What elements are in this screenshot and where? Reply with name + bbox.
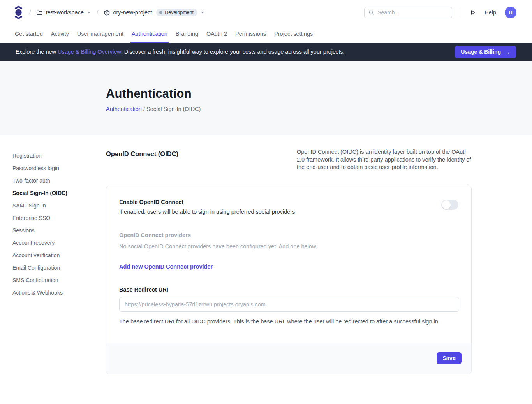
- enable-oidc-label: Enable OpenID Connect: [119, 199, 295, 205]
- sidebar-item-passwordless-login[interactable]: Passwordless login: [12, 162, 106, 174]
- settings-sidebar: Registration Passwordless login Two-fact…: [12, 148, 106, 374]
- usage-billing-button[interactable]: Usage & Billing →: [455, 46, 516, 58]
- oidc-card-body: Enable OpenID Connect If enabled, users …: [106, 186, 471, 343]
- environment-badge: Development: [156, 9, 197, 16]
- search-input[interactable]: [377, 9, 440, 16]
- tab-oauth2[interactable]: OAuth 2: [206, 25, 227, 43]
- enable-oidc-description: If enabled, users will be able to sign i…: [119, 209, 295, 215]
- save-button[interactable]: Save: [437, 352, 462, 364]
- project-nav-tabs: Get started Activity User management Aut…: [0, 25, 532, 43]
- tab-permissions[interactable]: Permissions: [235, 25, 266, 43]
- sidebar-item-two-factor-auth[interactable]: Two-factor auth: [12, 175, 106, 187]
- breadcrumb-separator: /: [142, 106, 146, 112]
- search-icon: [368, 10, 374, 16]
- tab-project-settings[interactable]: Project settings: [274, 25, 313, 43]
- top-bar-actions: Help U: [364, 7, 516, 18]
- divider: [461, 7, 461, 18]
- section-title: OpenID Connect (OIDC): [106, 148, 178, 158]
- project-name: ory-new-project: [113, 9, 152, 16]
- project-switcher[interactable]: ory-new-project Development: [104, 9, 205, 16]
- enable-oidc-toggle[interactable]: [441, 200, 458, 210]
- toggle-knob: [442, 200, 451, 209]
- main-panel: OpenID Connect (OIDC) OpenID Connect (OI…: [106, 148, 472, 374]
- breadcrumb-separator: /: [97, 9, 98, 16]
- banner-message: Explore the new Usage & Billing Overview…: [16, 49, 345, 55]
- play-icon[interactable]: [470, 9, 476, 16]
- breadcrumb: / test-workspace / ory-new-: [13, 5, 364, 19]
- page-title: Authentication: [106, 87, 532, 101]
- breadcrumb-current: Social Sign-In (OIDC): [146, 106, 201, 112]
- usage-billing-button-label: Usage & Billing: [461, 49, 501, 55]
- tab-activity[interactable]: Activity: [51, 25, 69, 43]
- content-area: Registration Passwordless login Two-fact…: [0, 135, 532, 374]
- enable-oidc-text: Enable OpenID Connect If enabled, users …: [119, 199, 295, 215]
- avatar[interactable]: U: [505, 7, 516, 18]
- sidebar-item-saml-sign-in[interactable]: SAML Sign-In: [12, 200, 106, 212]
- workspace-name: test-workspace: [46, 9, 84, 16]
- base-redirect-uri-label: Base Redirect URI: [119, 286, 458, 293]
- sidebar-item-account-recovery[interactable]: Account recovery: [12, 237, 106, 249]
- arrow-right-icon: →: [504, 49, 510, 55]
- help-link[interactable]: Help: [484, 9, 496, 16]
- page-hero: Authentication Authentication / Social S…: [0, 61, 532, 135]
- providers-section: OpenID Connect providers No social OpenI…: [119, 232, 458, 249]
- usage-billing-banner: Explore the new Usage & Billing Overview…: [0, 43, 532, 61]
- tab-branding[interactable]: Branding: [175, 25, 199, 43]
- section-description: OpenID Connect (OIDC) is an identity lay…: [297, 148, 472, 171]
- sidebar-item-registration[interactable]: Registration: [12, 150, 106, 162]
- ory-logo-icon[interactable]: [13, 5, 24, 19]
- chevron-down-icon: [86, 10, 91, 15]
- tab-get-started[interactable]: Get started: [14, 25, 43, 43]
- banner-text-suffix: ! Discover a fresh, insightful way to ex…: [121, 49, 345, 55]
- breadcrumb-link-authentication[interactable]: Authentication: [106, 106, 142, 112]
- banner-text-prefix: Explore the new: [16, 49, 58, 55]
- base-redirect-uri-field: Base Redirect URI The base redirect URI …: [119, 286, 458, 343]
- sidebar-item-sms-configuration[interactable]: SMS Configuration: [12, 274, 106, 286]
- chevron-down-icon: [200, 10, 205, 15]
- tab-authentication[interactable]: Authentication: [131, 25, 168, 43]
- providers-empty-state: No social OpenID Connect providers have …: [119, 243, 458, 249]
- sidebar-item-enterprise-sso[interactable]: Enterprise SSO: [12, 212, 106, 224]
- top-bar: / test-workspace / ory-new-: [0, 0, 532, 25]
- environment-badge-label: Development: [165, 10, 194, 15]
- sidebar-item-email-configuration[interactable]: Email Configuration: [12, 262, 106, 274]
- breadcrumb-separator: /: [29, 9, 31, 16]
- cube-icon: [104, 9, 110, 16]
- sidebar-item-actions-webhooks[interactable]: Actions & Webhooks: [12, 287, 106, 299]
- sidebar-item-sessions[interactable]: Sessions: [12, 225, 106, 237]
- section-header: OpenID Connect (OIDC) OpenID Connect (OI…: [106, 148, 472, 171]
- add-provider-link[interactable]: Add new OpenID Connect provider: [119, 263, 213, 270]
- providers-label: OpenID Connect providers: [119, 232, 458, 238]
- sidebar-item-account-verification[interactable]: Account verification: [12, 249, 106, 262]
- tab-user-management[interactable]: User management: [77, 25, 124, 43]
- banner-link[interactable]: Usage & Billing Overview: [58, 49, 121, 55]
- enable-oidc-row: Enable OpenID Connect If enabled, users …: [119, 199, 458, 215]
- workspace-switcher[interactable]: test-workspace: [36, 9, 91, 16]
- base-redirect-uri-help: The base redirect URI for all OIDC provi…: [119, 318, 458, 343]
- sidebar-item-social-sign-in[interactable]: Social Sign-In (OIDC): [12, 187, 106, 199]
- page-breadcrumb: Authentication / Social Sign-In (OIDC): [106, 106, 532, 112]
- oidc-settings-card: Enable OpenID Connect If enabled, users …: [106, 186, 472, 374]
- base-redirect-uri-input[interactable]: [119, 297, 459, 312]
- card-footer: Save: [106, 343, 471, 374]
- status-dot-icon: [159, 11, 162, 14]
- search-box[interactable]: [364, 7, 452, 18]
- folder-icon: [36, 9, 43, 16]
